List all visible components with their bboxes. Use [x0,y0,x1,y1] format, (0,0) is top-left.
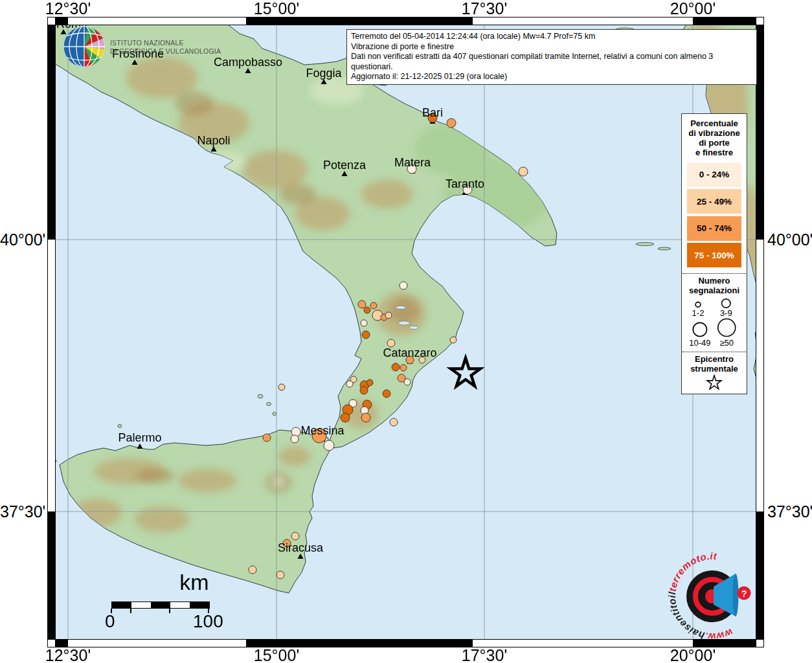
count-label: 1-2 [692,308,705,317]
legend-counts-title-line: Numero [689,276,739,286]
scalebar-tick [169,609,170,613]
count-label: 10-49 [689,337,710,347]
event-disclaimer: Dati non verificati estratti da 407 ques… [351,52,752,72]
report-dot [390,418,398,426]
report-dot [447,118,456,128]
scalebar-max: 100 [193,611,223,632]
axis-label-bottom: 20°00' [667,646,719,663]
frame-band-segment [68,640,246,647]
scalebar-tick [130,609,131,613]
island [273,412,276,416]
city-label-siracusa: Siracusa [278,541,324,554]
report-dot [291,532,299,540]
legend-title-line: di vibrazione [688,128,739,138]
report-dot [360,387,368,394]
report-dot [361,320,367,326]
city-label-bari: Bari [422,106,443,119]
legend-title-line: di porte [688,138,739,148]
legend-color-classes: 0 - 24%25 - 49%50 - 74%75 - 100% [687,160,741,270]
hsit-map-screenshot: RomaFrosinoneCampobassoFoggiaNapoliBariP… [0,0,812,663]
count-label: ≥50 [719,337,734,347]
axis-label-right: 40°00' [767,230,812,249]
hsit-watermark-logo: ? www.haisentitoilterremoto.it [666,549,763,646]
report-dot [400,365,407,371]
axis-label-top: 20°00' [667,0,719,18]
legend-epicenter-title: Epicentro strumentale [690,354,738,374]
scalebar-segment [151,602,170,608]
report-dot [400,282,407,289]
report-dot [385,312,392,319]
city-label-messina: Messina [300,424,344,437]
legend-title: Percentuale di vibrazione di porte e fin… [688,118,739,157]
frame-band-segment [756,25,763,240]
legend: Percentuale di vibrazione di porte e fin… [681,113,747,394]
report-dot [361,413,370,422]
legend-counts-title: Numero segnalazioni [689,276,739,295]
ingv-logo [62,25,107,69]
axis-label-left: 37°30' [0,502,44,521]
axis-label-bottom: 17°30' [458,646,510,663]
ingv-wordmark: ISTITUTO NAZIONALE DI GEOFISICA E VULCAN… [110,39,221,56]
report-dot [519,167,528,176]
legend-epicenter-title-line: Epicentro [690,354,738,364]
legend-swatch: 75 - 100% [687,243,741,267]
legend-divider [682,273,746,274]
question-mark: ? [741,588,747,599]
axis-label-bottom: 15°00' [251,646,302,663]
scalebar-segment [190,602,209,608]
axis-label-left: 40°00' [0,230,44,249]
scalebar-bar [111,601,210,609]
city-label-matera: Matera [394,156,431,169]
frame-band-segment [48,25,55,240]
city-label-catanzaro: Catanzaro [383,346,436,359]
legend-epicenter-star-icon [684,374,745,394]
report-dot [324,440,334,451]
scalebar-segment [112,602,131,608]
report-dot [291,435,299,443]
event-effect: Vibrazione di porte e finestre [351,42,752,52]
report-dot [362,331,370,339]
legend-counts-title-line: segnalazioni [689,286,739,295]
report-dot [358,300,366,308]
legend-title-line: e finestre [688,148,739,157]
legend-epicenter-title-line: strumentale [690,364,738,374]
frame-band-segment [55,17,68,25]
scalebar-min: 0 [105,611,115,632]
frame-band-segment [756,17,763,25]
axis-label-top: 17°30' [458,0,510,18]
count-circle [722,298,730,307]
ingv-line2: DI GEOFISICA E VULCANOLOGIA [110,47,221,56]
island [658,247,671,250]
count-circle [695,302,701,307]
city-label-palermo: Palermo [118,431,161,444]
legend-swatch: 50 - 74% [687,216,741,241]
map-canvas: RomaFrosinoneCampobassoFoggiaNapoliBariP… [48,17,763,647]
legend-star-symbol [707,376,721,389]
axis-label-top: 12°30' [42,0,94,18]
frame-band-segment [68,17,246,25]
axis-label-top: 15°00' [251,0,302,18]
legend-swatch: 25 - 49% [687,189,741,214]
city-label-potenza: Potenza [323,159,367,172]
axis-label-bottom: 12°30' [42,646,94,663]
report-dot [263,434,271,442]
scalebar-segment [131,602,151,608]
report-dot [278,384,285,390]
island [267,403,271,406]
frame-band-segment [48,240,55,511]
report-dot [341,413,350,422]
event-updated: Aggiornato il: 21-12-2025 01:29 (ora loc… [351,72,752,82]
city-label-foggia: Foggia [306,67,342,80]
event-title: Terremoto del 05-04-2014 12:24:44 (ora l… [351,32,752,42]
city-label-napoli: Napoli [197,134,230,147]
frame-band-segment [693,17,756,25]
legend-title-line: Percentuale [688,118,739,128]
watermark-www: www. [704,627,734,642]
frame-band-segment [48,511,55,640]
report-dot [367,379,373,386]
city-label-campobasso: Campobasso [214,56,282,69]
count-circle [718,319,736,336]
count-label: 3-9 [720,308,732,317]
count-circle [693,322,706,336]
island [118,425,122,428]
